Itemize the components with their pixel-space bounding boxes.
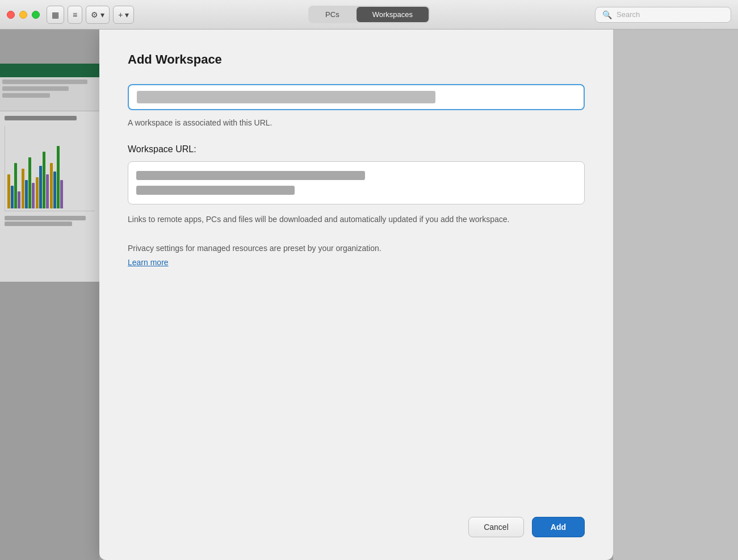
search-bar[interactable]: 🔍 Search	[595, 7, 731, 23]
main-content: Add Workspace A workspace is associated …	[0, 30, 738, 560]
description-text: A workspace is associated with this URL.	[128, 118, 585, 127]
url-input-placeholder	[137, 91, 435, 103]
add-button[interactable]: Add	[532, 517, 585, 537]
cancel-button[interactable]: Cancel	[468, 517, 524, 537]
info-text: Links to remote apps, PCs and files will…	[128, 214, 585, 225]
email-input-wrapper[interactable]	[128, 84, 585, 110]
add-workspace-dialog: Add Workspace A workspace is associated …	[99, 30, 613, 560]
settings-button[interactable]: ⚙ ▾	[86, 6, 110, 24]
tab-pcs[interactable]: PCs	[309, 7, 355, 22]
workspace-url-display	[128, 161, 585, 204]
search-placeholder: Search	[617, 10, 640, 19]
tab-workspaces[interactable]: Workspaces	[357, 7, 429, 22]
url-line-1	[136, 171, 365, 180]
grid-icon: ▦	[52, 10, 59, 19]
list-view-button[interactable]: ≡	[68, 6, 82, 24]
search-icon: 🔍	[602, 10, 612, 19]
plus-icon: +	[118, 10, 123, 19]
add-button[interactable]: + ▾	[113, 6, 134, 24]
grid-view-button[interactable]: ▦	[47, 6, 64, 24]
toolbar-buttons: ▦ ≡ ⚙ ▾ + ▾	[47, 6, 134, 24]
learn-more-link[interactable]: Learn more	[128, 258, 585, 267]
list-icon: ≡	[73, 10, 77, 19]
traffic-lights	[7, 11, 40, 19]
gear-icon: ⚙	[91, 10, 98, 19]
privacy-text: Privacy settings for managed resources a…	[128, 243, 585, 254]
add-dropdown-icon: ▾	[125, 10, 129, 19]
titlebar: ▦ ≡ ⚙ ▾ + ▾ PCs Workspaces 🔍 Search	[0, 0, 738, 30]
dialog-title: Add Workspace	[128, 52, 585, 67]
right-area	[613, 30, 738, 560]
minimize-button[interactable]	[19, 11, 27, 19]
url-line-2	[136, 186, 295, 195]
maximize-button[interactable]	[32, 11, 40, 19]
dialog-footer: Cancel Add	[128, 517, 585, 537]
settings-dropdown-icon: ▾	[100, 10, 104, 19]
workspace-url-label: Workspace URL:	[128, 144, 585, 154]
close-button[interactable]	[7, 11, 15, 19]
window-title: PCs Workspaces	[308, 6, 430, 23]
